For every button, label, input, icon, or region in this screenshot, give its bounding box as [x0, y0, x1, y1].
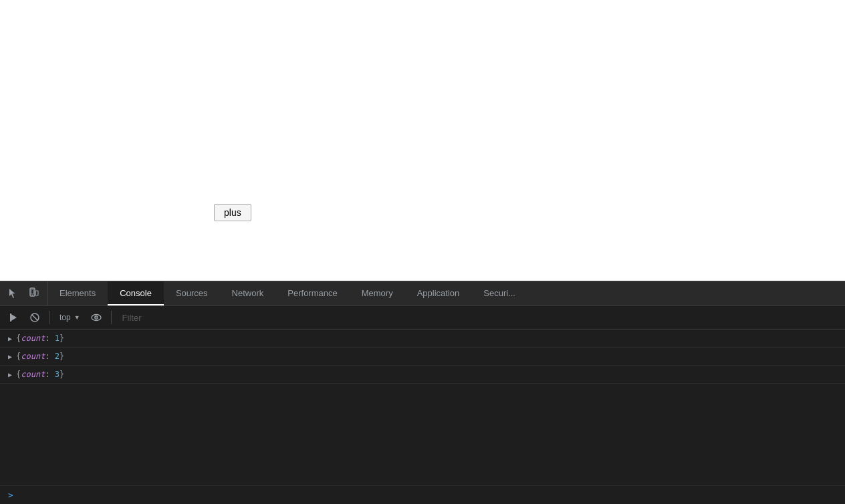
run-script-icon[interactable]: [4, 308, 23, 327]
browser-page: plus: [0, 0, 845, 281]
console-row-3[interactable]: ▶ {count: 3}: [0, 366, 845, 384]
svg-line-7: [32, 315, 38, 321]
svg-point-10: [96, 317, 97, 318]
chevron-down-icon: ▼: [74, 314, 80, 321]
inspect-element-icon[interactable]: [5, 285, 21, 301]
svg-rect-1: [31, 289, 34, 294]
tab-application[interactable]: Application: [405, 281, 472, 305]
live-expression-icon[interactable]: [87, 308, 106, 327]
devtools-panel: Elements Console Sources Network Perform…: [0, 281, 845, 504]
console-output[interactable]: ▶ {count: 1} ▶ {count: 2} ▶ {count: 3}: [0, 330, 845, 485]
console-object-2: {count: 2}: [16, 352, 64, 361]
svg-rect-5: [10, 313, 11, 322]
console-object-3: {count: 3}: [16, 370, 64, 379]
console-object-1: {count: 1}: [16, 334, 64, 343]
filter-input[interactable]: [117, 310, 841, 326]
tab-security[interactable]: Securi...: [471, 281, 527, 305]
console-row-2[interactable]: ▶ {count: 2}: [0, 348, 845, 366]
svg-rect-3: [35, 291, 38, 295]
console-row-1[interactable]: ▶ {count: 1}: [0, 330, 845, 348]
tab-elements[interactable]: Elements: [47, 281, 108, 305]
device-toolbar-icon[interactable]: [25, 285, 41, 301]
toolbar-divider-2: [111, 311, 112, 324]
tab-performance[interactable]: Performance: [275, 281, 349, 305]
console-toolbar: top ▼: [0, 305, 845, 330]
tab-console[interactable]: Console: [108, 281, 164, 305]
devtools-tabs-bar: Elements Console Sources Network Perform…: [0, 281, 845, 305]
expand-arrow-2[interactable]: ▶: [8, 353, 12, 360]
svg-point-2: [32, 295, 33, 296]
console-prompt-line[interactable]: >: [0, 485, 845, 504]
tab-sources[interactable]: Sources: [164, 281, 220, 305]
tab-network[interactable]: Network: [220, 281, 276, 305]
tab-memory[interactable]: Memory: [350, 281, 405, 305]
devtools-icon-group: [0, 281, 47, 305]
plus-button[interactable]: plus: [214, 204, 251, 221]
expand-arrow-1[interactable]: ▶: [8, 335, 12, 342]
expand-arrow-3[interactable]: ▶: [8, 371, 12, 378]
toolbar-divider: [49, 311, 50, 324]
clear-console-icon[interactable]: [25, 308, 44, 327]
prompt-chevron-icon: >: [8, 490, 13, 500]
context-selector[interactable]: top ▼: [55, 311, 84, 324]
